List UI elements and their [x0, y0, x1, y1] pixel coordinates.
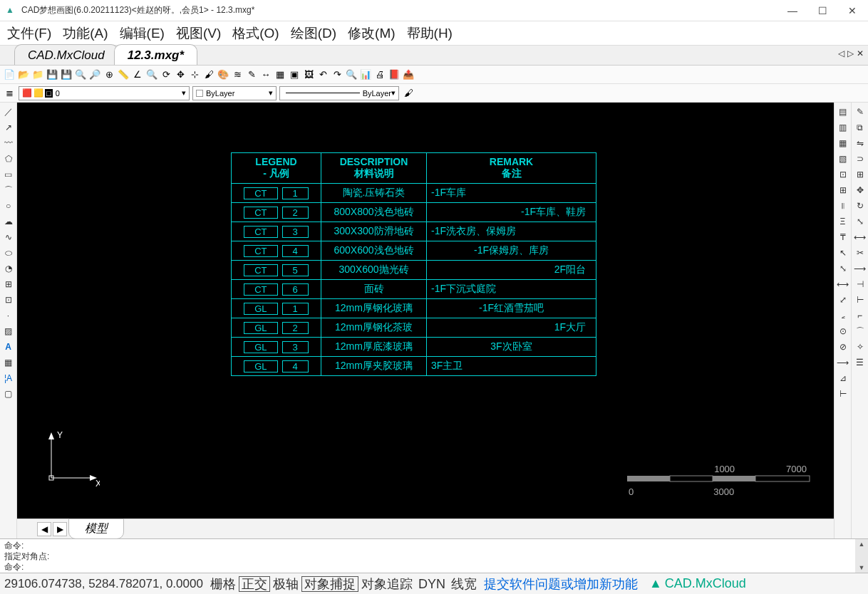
- zoom-window-icon[interactable]: 🔍: [74, 68, 87, 81]
- rotate-text-icon[interactable]: ⤡: [837, 262, 849, 275]
- linetype-selector[interactable]: ByLayer ▾: [279, 86, 399, 100]
- image-icon[interactable]: 🖼: [302, 68, 315, 81]
- status-toggle-对象追踪[interactable]: 对象追踪: [358, 576, 415, 592]
- table-draw-icon[interactable]: ▦: [2, 356, 15, 369]
- table-icon[interactable]: ▦: [274, 68, 286, 81]
- tab-close-icon[interactable]: ✕: [857, 48, 864, 58]
- menu-edit[interactable]: 编辑(E): [120, 24, 165, 43]
- break-icon[interactable]: ⊣: [854, 278, 867, 291]
- insert-block-icon[interactable]: ⊞: [2, 278, 15, 291]
- tab-prev-icon[interactable]: ◁: [838, 48, 844, 58]
- export-icon[interactable]: 📤: [402, 68, 415, 81]
- dim-linear-icon[interactable]: ⟷: [837, 278, 849, 291]
- pdf-icon[interactable]: 📕: [388, 68, 401, 81]
- leader-icon[interactable]: ↖: [837, 246, 849, 259]
- layer-off-icon[interactable]: ▦: [837, 137, 849, 150]
- menu-draw[interactable]: 绘图(D): [291, 24, 336, 43]
- rectangle-icon[interactable]: ▭: [2, 168, 15, 181]
- copy-layer-icon[interactable]: ▤: [837, 105, 849, 118]
- properties-icon[interactable]: ☰: [854, 356, 867, 369]
- angle-icon[interactable]: ∠: [131, 68, 144, 81]
- revcloud-icon[interactable]: ☁: [2, 215, 15, 228]
- circle-icon[interactable]: ○: [2, 199, 15, 212]
- layer-on-icon[interactable]: ▧: [837, 152, 849, 165]
- zoom-extents-icon[interactable]: ⊕: [103, 68, 115, 81]
- feedback-link[interactable]: 提交软件问题或增加新功能: [484, 575, 638, 593]
- menu-help[interactable]: 帮助(H): [407, 24, 453, 43]
- undo-icon[interactable]: ↶: [316, 68, 329, 81]
- explode-icon[interactable]: ✧: [854, 340, 867, 353]
- layer-iso-icon[interactable]: ▥: [837, 121, 849, 134]
- layers-icon[interactable]: ≋: [231, 68, 244, 81]
- maximize-button[interactable]: ☐: [812, 5, 832, 16]
- tab-cloud[interactable]: CAD.MxCloud: [14, 44, 118, 65]
- text-icon[interactable]: A: [2, 340, 15, 353]
- arc-icon[interactable]: ⌒: [2, 184, 15, 197]
- line-icon[interactable]: ／: [2, 105, 15, 118]
- chamfer-icon[interactable]: ⌐: [854, 309, 867, 322]
- command-scrollbar[interactable]: ▲▼: [855, 539, 868, 573]
- save-icon[interactable]: 💾: [46, 68, 58, 81]
- dim-baseline-icon[interactable]: ⊿: [837, 372, 849, 385]
- tab-nav-right-icon[interactable]: ▶: [53, 522, 67, 536]
- find-icon[interactable]: 🔍: [345, 68, 358, 81]
- menu-file[interactable]: 文件(F): [7, 24, 51, 43]
- extend-icon[interactable]: ⟶: [854, 262, 867, 275]
- minimize-button[interactable]: —: [782, 5, 802, 16]
- redo-icon[interactable]: ↷: [331, 68, 343, 81]
- hatch-icon[interactable]: ▨: [2, 325, 15, 338]
- pan-icon[interactable]: ✥: [174, 68, 187, 81]
- scale-icon[interactable]: ⤡: [854, 215, 867, 228]
- move-icon[interactable]: ✥: [854, 184, 867, 197]
- dim-angular-icon[interactable]: ⦟: [837, 309, 849, 322]
- offset-icon[interactable]: ⊃: [854, 152, 867, 165]
- open-cloud-icon[interactable]: 📁: [31, 68, 44, 81]
- chart-icon[interactable]: 📊: [359, 68, 372, 81]
- status-toggle-极轴[interactable]: 极轴: [270, 576, 301, 592]
- brush-icon[interactable]: 🖌: [202, 68, 215, 81]
- extents-icon[interactable]: ⊡: [837, 168, 849, 181]
- tab-current[interactable]: 12.3.mxg*: [114, 44, 197, 65]
- mtext-icon[interactable]: ¦A: [2, 372, 15, 385]
- menu-modify[interactable]: 修改(M): [348, 24, 395, 43]
- tab-nav-left-icon[interactable]: ◀: [37, 522, 51, 536]
- tab-next-icon[interactable]: ▷: [847, 48, 854, 58]
- align-icon[interactable]: ⫴: [837, 199, 849, 212]
- command-history[interactable]: 命令: 指定对角点: 命令:: [0, 539, 855, 573]
- join-icon[interactable]: ⊢: [854, 293, 867, 306]
- array-icon[interactable]: ⊞: [854, 168, 867, 181]
- copy-icon[interactable]: ⧉: [854, 121, 867, 134]
- layer-selector[interactable]: 🟥 🟨 □ 0 ▾: [19, 86, 190, 100]
- zoom-in-icon[interactable]: 🔎: [88, 68, 101, 81]
- fillet-icon[interactable]: ⌒: [854, 325, 867, 338]
- drawing-canvas[interactable]: LEGEND- 凡例 DESCRIPTION材料说明 REMARK备注 CT1陶…: [17, 103, 834, 519]
- dim-diameter-icon[interactable]: ⊘: [837, 340, 849, 353]
- status-toggle-线宽[interactable]: 线宽: [448, 576, 480, 592]
- distribute-icon[interactable]: Ξ: [837, 215, 849, 228]
- palette-icon[interactable]: 🎨: [217, 68, 229, 81]
- status-toggle-正交[interactable]: 正交: [239, 576, 270, 592]
- layer-manager-icon[interactable]: ≣: [3, 87, 16, 100]
- make-block-icon[interactable]: ⊡: [2, 293, 15, 306]
- pick-icon[interactable]: ⊹: [188, 68, 201, 81]
- color-selector[interactable]: ByLayer ▾: [192, 86, 277, 100]
- polygon-icon[interactable]: ⬠: [2, 152, 15, 165]
- pen-icon[interactable]: ✎: [245, 68, 258, 81]
- ellipse-icon[interactable]: ⬭: [2, 246, 15, 259]
- model-tab[interactable]: 模型: [68, 519, 124, 538]
- dim-ordinate-icon[interactable]: ⊢: [837, 387, 849, 400]
- match-prop-icon[interactable]: 🖌: [402, 87, 415, 100]
- grid-icon[interactable]: ⊞: [837, 184, 849, 197]
- zoom-realtime-icon[interactable]: 🔍: [145, 68, 158, 81]
- mirror-icon[interactable]: ⇋: [854, 137, 867, 150]
- status-toggle-对象捕捉[interactable]: 对象捕捉: [301, 576, 358, 592]
- text-height-icon[interactable]: ₸: [837, 231, 849, 244]
- spline-icon[interactable]: ∿: [2, 231, 15, 244]
- open-icon[interactable]: 📂: [17, 68, 30, 81]
- erase-icon[interactable]: ✎: [854, 105, 867, 118]
- new-icon[interactable]: 📄: [3, 68, 16, 81]
- wipeout-icon[interactable]: ▢: [2, 387, 15, 400]
- close-button[interactable]: ✕: [842, 5, 862, 16]
- point-icon[interactable]: ·: [2, 309, 15, 322]
- status-toggle-栅格[interactable]: 栅格: [207, 576, 239, 592]
